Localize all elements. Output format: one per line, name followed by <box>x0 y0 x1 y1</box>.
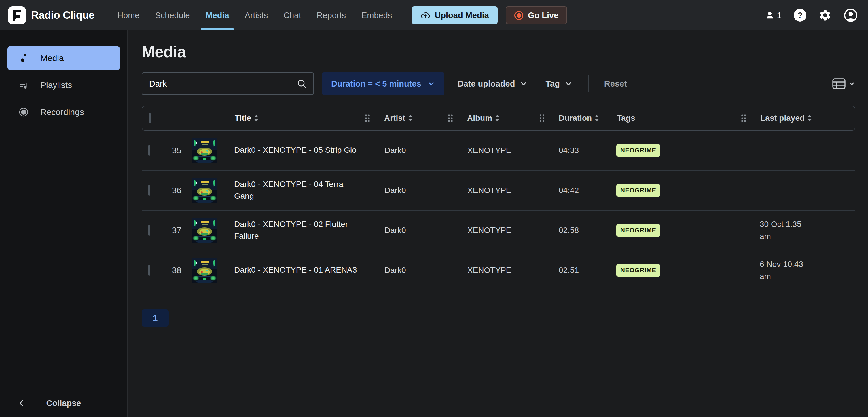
row-checkbox[interactable] <box>148 225 150 236</box>
brand-name: Radio Clique <box>31 9 94 21</box>
main-content: Media Duration = < 5 minutes Date upload… <box>128 31 868 417</box>
table-row[interactable]: 36 Dark0 - XENOTYPE - 04 Terra Gang Dark… <box>142 171 855 210</box>
sidebar-item-label: Recordings <box>40 107 84 117</box>
search-box[interactable] <box>142 72 314 95</box>
row-number: 37 <box>172 225 185 235</box>
gear-icon <box>818 9 832 22</box>
sort-icon[interactable] <box>595 114 599 122</box>
go-live-label: Go Live <box>528 11 558 20</box>
upload-media-label: Upload Media <box>435 11 489 20</box>
sort-icon[interactable] <box>408 114 412 122</box>
music-note-icon <box>19 53 29 63</box>
drag-handle-icon[interactable] <box>539 114 545 123</box>
account-icon <box>844 8 858 22</box>
sidebar-item-recordings[interactable]: Recordings <box>7 100 120 124</box>
column-header-last-played[interactable]: Last played <box>741 114 855 123</box>
table-row[interactable]: 37 Dark0 - XENOTYPE - 02 Flutter Failure… <box>142 210 855 250</box>
table-columns-icon <box>832 78 845 89</box>
row-checkbox[interactable] <box>148 265 150 276</box>
search-input[interactable] <box>149 79 297 89</box>
album-art-thumbnail[interactable] <box>192 138 229 163</box>
reset-filters-button[interactable]: Reset <box>604 79 627 89</box>
cloud-upload-icon <box>421 10 430 20</box>
column-header-artist[interactable]: Artist <box>365 114 447 123</box>
chevron-left-icon <box>18 399 25 407</box>
toolbar-divider <box>588 75 589 92</box>
duration-filter-button[interactable]: Duration = < 5 minutes <box>322 72 444 95</box>
page-button-1[interactable]: 1 <box>142 309 169 327</box>
cell-album: XENOTYPE <box>447 266 538 275</box>
tag-badge[interactable]: NEOGRIME <box>616 184 660 197</box>
cell-last-played: 30 Oct 1:35 am <box>740 218 855 242</box>
column-header-duration[interactable]: Duration <box>539 114 615 123</box>
select-all-checkbox[interactable] <box>149 113 151 124</box>
cell-artist: Dark0 <box>364 226 447 235</box>
help-button[interactable]: ? <box>794 9 806 22</box>
nav-item-embeds[interactable]: Embeds <box>354 0 400 31</box>
tag-badge[interactable]: NEOGRIME <box>616 224 660 237</box>
album-art-thumbnail[interactable] <box>192 258 229 283</box>
cell-artist: Dark0 <box>364 186 447 195</box>
column-header-album[interactable]: Album <box>447 114 539 123</box>
cell-title[interactable]: Dark0 - XENOTYPE - 02 Flutter Failure <box>229 218 364 242</box>
nav-item-media[interactable]: Media <box>197 0 237 31</box>
account-button[interactable] <box>844 8 858 22</box>
column-visibility-button[interactable] <box>832 78 855 89</box>
sidebar-item-media[interactable]: Media <box>7 46 120 70</box>
nav-item-home[interactable]: Home <box>110 0 147 31</box>
column-header-title[interactable]: Title <box>229 112 365 124</box>
sidebar-collapse-button[interactable]: Collapse <box>0 389 127 417</box>
cell-title[interactable]: Dark0 - XENOTYPE - 01 ARENA3 <box>229 264 364 276</box>
table-row[interactable]: 35 Dark0 - XENOTYPE - 05 Strip Glo Dark0… <box>142 131 855 171</box>
cell-title[interactable]: Dark0 - XENOTYPE - 04 Terra Gang <box>229 179 364 202</box>
tag-filter-button[interactable]: Tag <box>546 72 572 95</box>
sidebar: Media Playlists Recordings Collapse <box>0 31 128 417</box>
primary-nav: Home Schedule Media Artists Chat Reports… <box>110 0 400 31</box>
go-live-button[interactable]: Go Live <box>506 6 567 24</box>
drag-handle-icon[interactable] <box>741 114 746 123</box>
queue-music-icon <box>19 80 29 90</box>
sort-icon[interactable] <box>254 114 258 122</box>
nav-item-chat[interactable]: Chat <box>276 0 309 31</box>
table-row[interactable]: 38 Dark0 - XENOTYPE - 01 ARENA3 Dark0 XE… <box>142 250 855 290</box>
cell-artist: Dark0 <box>364 266 447 275</box>
settings-button[interactable] <box>818 9 832 22</box>
nav-item-artists[interactable]: Artists <box>237 0 276 31</box>
record-dot-icon <box>514 11 523 20</box>
chevron-down-icon <box>427 80 435 88</box>
row-checkbox[interactable] <box>148 145 150 155</box>
upload-media-button[interactable]: Upload Media <box>412 6 498 24</box>
cell-album: XENOTYPE <box>447 186 538 195</box>
album-art-thumbnail[interactable] <box>192 218 229 243</box>
sort-icon[interactable] <box>495 114 499 122</box>
cell-duration: 02:58 <box>538 226 614 235</box>
logo-glyph-icon <box>12 9 22 21</box>
chevron-down-icon <box>520 80 528 88</box>
nav-item-schedule[interactable]: Schedule <box>147 0 197 31</box>
pagination: 1 <box>142 309 855 327</box>
drag-handle-icon[interactable] <box>447 114 453 123</box>
row-checkbox[interactable] <box>148 185 150 196</box>
duration-filter-label: Duration = < 5 minutes <box>331 79 421 89</box>
media-table: Title Artist Album Duration Tags <box>142 106 855 290</box>
cell-album: XENOTYPE <box>447 226 538 235</box>
nav-item-reports[interactable]: Reports <box>309 0 354 31</box>
tag-badge[interactable]: NEOGRIME <box>616 264 660 277</box>
chevron-down-icon <box>848 80 855 87</box>
sidebar-item-playlists[interactable]: Playlists <box>7 73 120 97</box>
listener-count[interactable]: 1 <box>765 10 782 21</box>
row-number: 36 <box>172 185 185 195</box>
app-logo[interactable] <box>8 6 26 24</box>
sort-icon[interactable] <box>808 114 812 122</box>
record-icon <box>19 107 29 117</box>
cell-duration: 04:42 <box>538 186 614 195</box>
album-art-thumbnail[interactable] <box>192 178 229 203</box>
drag-handle-icon[interactable] <box>365 114 370 123</box>
row-number: 38 <box>172 266 185 275</box>
date-uploaded-filter-button[interactable]: Date uploaded <box>458 72 528 95</box>
cell-title[interactable]: Dark0 - XENOTYPE - 05 Strip Glo <box>229 144 364 156</box>
page-title: Media <box>142 42 855 61</box>
row-number: 35 <box>172 145 185 155</box>
cell-duration: 02:51 <box>538 266 614 275</box>
tag-badge[interactable]: NEOGRIME <box>616 144 660 157</box>
